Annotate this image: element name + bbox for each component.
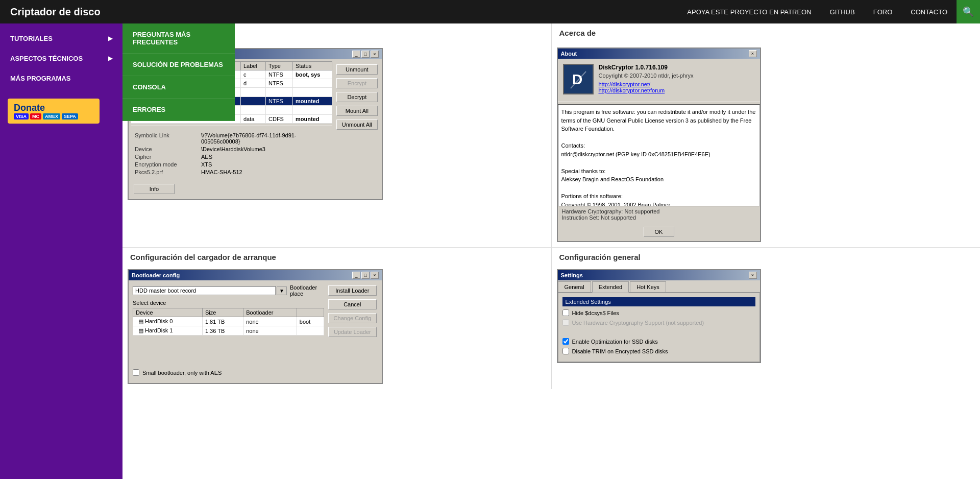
cancel-button[interactable]: Cancel xyxy=(328,299,377,309)
bootloader-minimize[interactable]: _ xyxy=(352,272,360,279)
win-controls: _ □ × xyxy=(352,51,379,58)
mastercard-icon: MC xyxy=(30,113,41,119)
top-row: --- Homepage _ □ × xyxy=(122,23,980,247)
bootloader-dialog: Bootloader config _ □ × xyxy=(128,269,383,384)
settings-tab-content: Extended Settings Hide $dcsys$ Files Use… xyxy=(558,293,760,362)
instruction-set: Instruction Set: Not supported xyxy=(562,214,756,221)
bootloader-left: HDD master boot record ▼ Bootloader plac… xyxy=(133,284,324,379)
encrypt-button[interactable]: Encrypt xyxy=(336,78,378,88)
checkbox-row-2: Enable Optimization for SSD disks xyxy=(562,338,755,345)
hw-crypto-checkbox[interactable] xyxy=(562,319,569,326)
contacts-label: Contacts: xyxy=(561,141,756,150)
header: Criptador de disco APOYA ESTE PROYECTO E… xyxy=(0,0,980,23)
update-loader-button[interactable]: Update Loader xyxy=(328,327,377,337)
device-size: 1.81 TB xyxy=(202,317,243,326)
about-ok-button[interactable]: OK xyxy=(644,227,674,237)
nav-contacto[interactable]: CONTACTO xyxy=(901,0,957,23)
settings-close[interactable]: × xyxy=(749,272,757,279)
tab-extended[interactable]: Extended xyxy=(592,281,629,293)
drive-label: c xyxy=(240,70,265,79)
dropdown-item-solucion[interactable]: SOLUCIÓN DE PROBLEMAS xyxy=(122,54,235,76)
hide-files-checkbox[interactable] xyxy=(562,309,569,316)
cipher-label: Cipher xyxy=(135,154,196,160)
unmount-all-button[interactable]: Unmount All xyxy=(336,119,378,130)
info-row-symlink: Symbolic Link \\?\Volume{e7b76806-df74-1… xyxy=(135,132,328,145)
tab-hotkeys[interactable]: Hot Keys xyxy=(630,281,666,292)
drive-label xyxy=(240,97,265,106)
about-scrollable-text[interactable]: This program is free software: you can r… xyxy=(558,104,760,206)
drive-label xyxy=(240,88,265,97)
main-content: --- Homepage _ □ × xyxy=(122,23,980,479)
about-sep1 xyxy=(558,102,760,102)
hdd-dropdown-arrow[interactable]: ▼ xyxy=(277,286,287,295)
dropdown-menu: PREGUNTAS MÁS FRECUENTES SOLUCIÓN DE PRO… xyxy=(122,23,235,121)
device-col-size: Size xyxy=(202,308,243,317)
change-config-button[interactable]: Change Config xyxy=(328,313,377,323)
about-dialog: About × D xyxy=(557,47,761,242)
device-name: ▤ HardDisk 0 xyxy=(133,317,203,326)
hardware-info: Hardware Cryptography: Not supported Ins… xyxy=(558,206,760,223)
device-value: \Device\HarddiskVolume3 xyxy=(201,146,265,152)
device-table-space xyxy=(133,336,324,366)
symlink-value: \\?\Volume{e7b76806-df74-11df-9d91-00505… xyxy=(201,132,328,145)
small-bootloader-checkbox[interactable] xyxy=(133,369,139,376)
win-minimize[interactable]: _ xyxy=(352,51,360,58)
about-wrapper: About × D xyxy=(552,42,981,247)
win-close[interactable]: × xyxy=(371,51,379,58)
header-nav: APOYA ESTE PROYECTO EN PATREON GITHUB FO… xyxy=(678,0,980,23)
settings-section-title: Configuración general xyxy=(552,248,981,264)
trim-disable-checkbox[interactable] xyxy=(562,348,569,354)
donate-section: Donate VISA MC AMEX SEPA xyxy=(8,99,115,124)
sidebar-item-aspectos[interactable]: ASPECTOS TÉCNICOS ▶ xyxy=(0,49,122,68)
thanks-value: Aleksey Bragin and ReactOS Foundation xyxy=(561,175,756,184)
nav-github[interactable]: GITHUB xyxy=(821,0,864,23)
bootloader-maximize[interactable]: □ xyxy=(361,272,370,279)
sidebar-item-tutoriales[interactable]: TUTORIALES ▶ xyxy=(0,29,122,49)
device-bootloader: none xyxy=(243,326,297,336)
mount-all-button[interactable]: Mount All xyxy=(336,106,378,116)
decrypt-button[interactable]: Decrypt xyxy=(336,92,378,102)
drive-type: NTFS xyxy=(266,70,293,79)
device-col-bootloader: Bootloader xyxy=(243,308,297,317)
search-button[interactable]: 🔍 xyxy=(957,0,980,23)
about-link2[interactable]: http://diskcryptor.net/forum xyxy=(599,87,694,93)
device-col-flag xyxy=(297,308,324,317)
bootloader-close[interactable]: × xyxy=(371,272,379,279)
nav-foro[interactable]: FORO xyxy=(864,0,902,23)
win-maximize[interactable]: □ xyxy=(361,51,370,58)
about-link1[interactable]: http://diskcryptor.net/ xyxy=(599,81,694,87)
checkbox-row-1: Use Hardware Cryptography Support (not s… xyxy=(562,319,755,326)
col-status: Status xyxy=(292,62,332,70)
drive-status: mounted xyxy=(292,97,332,106)
settings-titlebar: Settings × xyxy=(558,270,760,280)
table-row[interactable]: ▤ HardDisk 1 1.36 TB none xyxy=(133,326,324,336)
dropdown-item-consola[interactable]: CONSOLA xyxy=(122,76,235,99)
col-type: Type xyxy=(266,62,293,70)
dropdown-item-preguntas[interactable]: PREGUNTAS MÁS FRECUENTES xyxy=(122,23,235,54)
device-size: 1.36 TB xyxy=(202,326,243,336)
settings-tab-bar: General Extended Hot Keys xyxy=(558,280,760,293)
install-loader-button[interactable]: Install Loader xyxy=(328,285,377,296)
dropdown-item-errores[interactable]: ERRORES xyxy=(122,99,235,121)
about-close-button[interactable]: × xyxy=(749,50,757,57)
main-layout: TUTORIALES ▶ ASPECTOS TÉCNICOS ▶ MÁS PRO… xyxy=(0,23,980,479)
extended-settings-title: Extended Settings xyxy=(562,297,755,306)
bootloader-title: Bootloader config xyxy=(132,272,180,278)
hdd-select[interactable]: HDD master boot record xyxy=(133,286,276,295)
drive-type xyxy=(266,88,293,97)
sidebar-item-mas-programas[interactable]: MÁS PROGRAMAS xyxy=(0,68,122,88)
tab-general[interactable]: General xyxy=(558,281,591,292)
device-flag xyxy=(297,326,324,336)
drive-label xyxy=(240,106,265,115)
nav-patreon[interactable]: APOYA ESTE PROYECTO EN PATREON xyxy=(678,0,820,23)
pkcs-label: Pkcs5.2.prf xyxy=(135,169,196,175)
bootloader-content: HDD master boot record ▼ Bootloader plac… xyxy=(129,280,382,383)
unmount-button[interactable]: Unmount xyxy=(336,64,378,75)
donate-button[interactable]: Donate VISA MC AMEX SEPA xyxy=(8,99,100,124)
ssd-opt-checkbox[interactable] xyxy=(562,338,569,345)
info-button[interactable]: Info xyxy=(134,184,175,194)
info-row-encmode: Encryption mode XTS xyxy=(135,161,328,167)
table-row[interactable]: ▤ HardDisk 0 1.81 TB none boot xyxy=(133,317,324,326)
small-bootloader-label: Small bootloader, only with AES xyxy=(142,370,222,376)
device-flag: boot xyxy=(297,317,324,326)
